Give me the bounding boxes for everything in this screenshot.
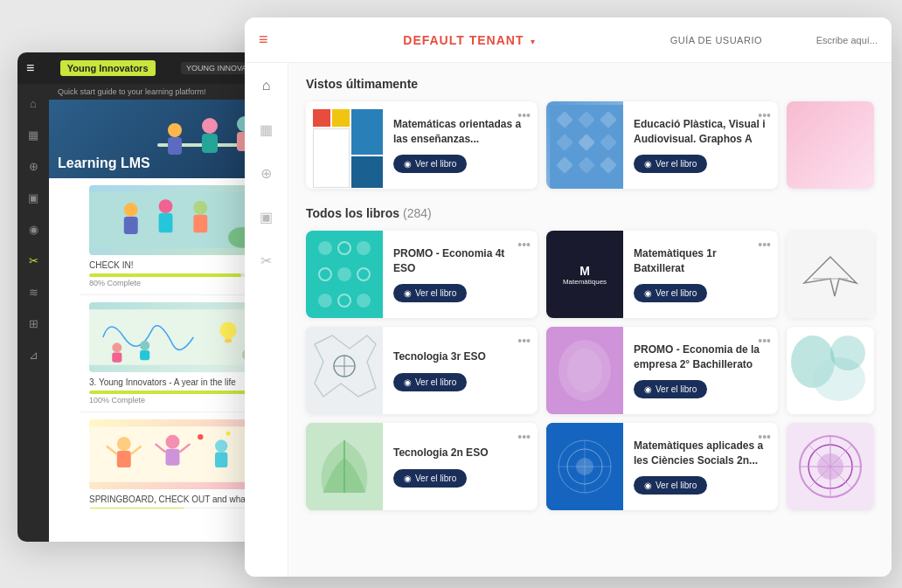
tenant-arrow-icon[interactable]: ▾	[531, 37, 535, 46]
nav-add-icon[interactable]: ⊕	[253, 159, 281, 187]
svg-point-10	[124, 203, 138, 217]
svg-rect-2	[168, 137, 182, 155]
lms-nav-stats[interactable]: ≋	[24, 283, 42, 301]
more-options-icon[interactable]: •••	[517, 430, 531, 444]
svg-rect-22	[112, 353, 121, 363]
library-window: ≡ DEFAULT TENANT ▾ GUÍA DE USUARIO ⌂ ▦ ⊕…	[245, 17, 892, 577]
view-book-button[interactable]: ◉ Ver el libro	[634, 476, 707, 495]
svg-rect-33	[166, 449, 180, 466]
svg-point-39	[226, 432, 231, 436]
lms-nav-user[interactable]: ◉	[24, 220, 42, 238]
library-main: Vistos últimamente	[288, 63, 892, 577]
book-info: Tecnologia 3r ESO ◉ Ver el libro	[383, 341, 538, 400]
book-extra-thumb	[787, 101, 874, 189]
book-info: Tecnologia 2n ESO ◉ Ver el libro	[383, 437, 538, 496]
nav-calendar-icon[interactable]: ▦	[253, 115, 281, 143]
eye-icon: ◉	[404, 159, 412, 169]
book-title: Tecnologia 3r ESO	[393, 349, 527, 364]
svg-point-12	[159, 199, 173, 213]
book-card: Tecnologia 2n ESO ◉ Ver el libro •••	[306, 423, 538, 510]
tenant-section: DEFAULT TENANT ▾	[279, 32, 660, 48]
book-thumb-plastic	[546, 101, 623, 189]
lms-nav-courses[interactable]: ⊕	[24, 157, 42, 175]
book-extra-thumb	[787, 231, 874, 318]
svg-point-19	[220, 322, 237, 338]
book-info: Matemàtiques 1r Batxillerat ◉ Ver el lib…	[623, 238, 778, 312]
lms-nav-calendar[interactable]: ▦	[24, 126, 42, 143]
library-body: ⌂ ▦ ⊕ ▣ ✂ Vistos últimamente	[245, 63, 892, 577]
more-options-icon[interactable]: •••	[517, 334, 531, 348]
progress-fill	[89, 273, 241, 277]
lms-brand: Young Innovators	[60, 60, 156, 76]
book-card: PROMO - Economia de la empresa 2° Bachil…	[546, 327, 778, 414]
svg-rect-13	[159, 213, 173, 232]
eye-icon: ◉	[404, 474, 412, 483]
svg-rect-29	[117, 451, 131, 467]
eye-icon: ◉	[644, 384, 652, 394]
lms-hero-title: Learning LMS	[58, 156, 150, 171]
hamburger-icon[interactable]: ≡	[259, 31, 268, 49]
book-info: Matemàtiques aplicades a les Ciències So…	[623, 430, 778, 504]
lms-sidebar: ⌂ ▦ ⊕ ▣ ◉ ✂ ≋ ⊞ ⊿	[17, 84, 49, 542]
svg-point-23	[140, 341, 149, 350]
progress-fill	[89, 508, 184, 508]
lms-nav-settings[interactable]: ✂	[24, 252, 42, 269]
svg-point-32	[166, 435, 180, 449]
book-card: PROMO - Economia 4t ESO ◉ Ver el libro •…	[306, 231, 538, 318]
more-options-icon[interactable]: •••	[758, 108, 771, 122]
lms-nav-admin[interactable]: ⊿	[24, 346, 42, 363]
book-thumb-mat1r: M Matemàtiques	[546, 231, 623, 318]
book-title: Matemáticas orientadas a las enseñanzas.…	[393, 117, 527, 147]
book-title: Educació Plàstica, Visual i Audiovisual.…	[634, 117, 767, 147]
svg-point-1	[168, 123, 182, 137]
view-book-button[interactable]: ◉ Ver el libro	[393, 469, 467, 488]
nav-home-icon[interactable]: ⌂	[253, 72, 281, 100]
more-options-icon[interactable]: •••	[517, 108, 531, 122]
eye-icon: ◉	[404, 288, 412, 298]
svg-point-64	[830, 336, 865, 370]
recent-section: Vistos últimamente	[306, 77, 874, 189]
lms-hamburger-icon[interactable]: ≡	[26, 60, 34, 76]
lms-nav-groups[interactable]: ⊞	[24, 315, 42, 332]
svg-rect-24	[140, 350, 149, 360]
view-book-button[interactable]: ◉ Ver el libro	[393, 155, 467, 173]
svg-point-28	[117, 437, 131, 451]
book-card: Tecnologia 3r ESO ◉ Ver el libro •••	[306, 327, 538, 414]
nav-tools-icon[interactable]: ✂	[253, 246, 281, 274]
book-title: Tecnologia 2n ESO	[393, 446, 527, 460]
view-book-button[interactable]: ◉ Ver el libro	[393, 284, 467, 302]
view-book-button[interactable]: ◉ Ver el libro	[634, 284, 707, 302]
tenant-name: DEFAULT TENANT	[403, 33, 524, 47]
svg-rect-37	[215, 453, 227, 468]
all-books-title: Todos los libros (284)	[306, 206, 874, 220]
view-book-button[interactable]: ◉ Ver el libro	[634, 380, 707, 398]
eye-icon: ◉	[644, 159, 652, 169]
book-card: Matemàtiques aplicades a les Ciències So…	[546, 423, 778, 510]
view-book-button[interactable]: ◉ Ver el libro	[393, 373, 467, 391]
search-input[interactable]	[773, 35, 878, 45]
more-options-icon[interactable]: •••	[758, 238, 771, 252]
nav-book-icon[interactable]: ▣	[253, 203, 281, 231]
book-title: PROMO - Economia 4t ESO	[393, 246, 527, 276]
book-info: PROMO - Economia de la empresa 2° Bachil…	[623, 334, 778, 408]
svg-point-36	[215, 439, 227, 452]
svg-point-21	[112, 342, 121, 352]
lms-nav-books[interactable]: ▣	[24, 189, 42, 206]
more-options-icon[interactable]: •••	[758, 334, 771, 348]
book-extra-thumb	[787, 423, 874, 510]
eye-icon: ◉	[404, 377, 412, 387]
recent-section-title: Vistos últimamente	[306, 77, 874, 91]
view-book-button[interactable]: ◉ Ver el libro	[634, 155, 707, 173]
lms-nav-home[interactable]: ⌂	[24, 94, 42, 112]
svg-rect-11	[124, 217, 138, 234]
book-title: Matemàtiques 1r Batxillerat	[634, 246, 767, 276]
book-thumb-promo	[306, 231, 383, 318]
more-options-icon[interactable]: •••	[517, 238, 531, 252]
book-extra-thumb	[787, 327, 874, 414]
more-options-icon[interactable]: •••	[758, 430, 771, 444]
eye-icon: ◉	[644, 481, 652, 490]
svg-point-3	[202, 118, 218, 134]
svg-point-60	[567, 349, 602, 392]
book-info: Educació Plàstica, Visual i Audiovisual.…	[623, 108, 778, 183]
svg-rect-15	[193, 215, 207, 233]
